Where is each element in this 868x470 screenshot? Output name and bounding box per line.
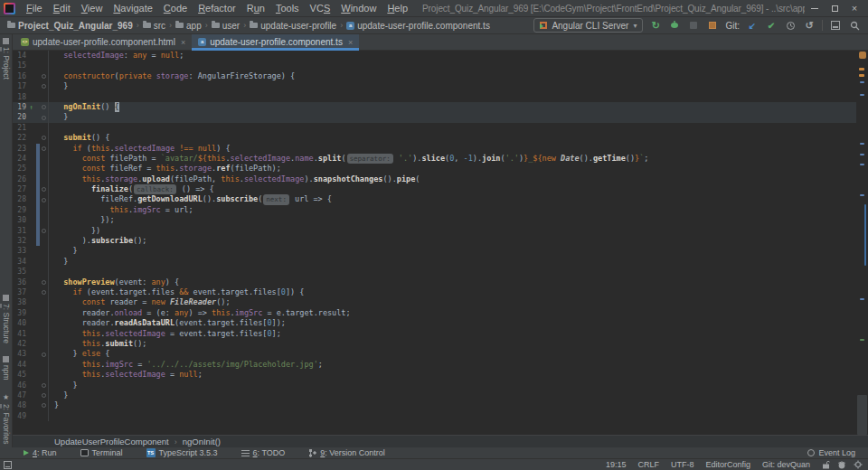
fold-region[interactable] [40,280,48,285]
tool-window-button-run[interactable]: 4: Run [24,448,57,457]
line-number[interactable]: 29 [13,205,26,215]
tool-window-button-ts[interactable]: TypeScript 3.5.3 [146,448,218,457]
fold-region[interactable] [40,116,48,120]
stripe-mark[interactable] [860,339,864,341]
menu-item-file[interactable]: File [21,0,48,16]
fold-marker-icon[interactable] [42,74,46,79]
line-number[interactable]: 45 [13,370,26,380]
line-number[interactable]: 48 [13,400,26,410]
fold-region[interactable] [40,136,48,140]
rerun-button[interactable]: ↻ [649,19,662,32]
line-number[interactable]: 37 [13,287,26,297]
fold-region[interactable] [40,403,48,408]
line-number[interactable]: 34 [13,257,26,267]
breadcrumb-item[interactable]: user [212,21,240,31]
menu-item-run[interactable]: Run [241,0,270,16]
minimize-button[interactable] [805,1,825,15]
line-number[interactable]: 26 [13,174,26,184]
line-number[interactable]: 47 [13,390,26,400]
line-number[interactable]: 24 [13,154,26,164]
line-number[interactable]: 46 [13,381,26,390]
close-button[interactable]: × [844,1,864,15]
line-number[interactable]: 19 [13,102,26,112]
stripe-mark[interactable] [860,94,864,96]
fold-marker-icon[interactable] [42,136,46,140]
breadcrumb-item[interactable]: update-user-profile [250,21,336,31]
stripe-mark[interactable] [859,74,864,77]
coverage-button[interactable] [687,19,700,32]
stripe-mark[interactable] [860,154,864,155]
line-number[interactable]: 33 [13,246,26,256]
tab-close-icon[interactable]: × [348,38,353,47]
tab-inactive[interactable]: update-user-profile.component.html× [14,34,192,50]
fold-marker-icon[interactable] [42,229,46,233]
lock-icon[interactable] [822,460,830,469]
status-item[interactable]: EditorConfig [705,460,750,469]
line-number[interactable]: 42 [13,339,26,349]
tool-window-button-project[interactable]: 1: Project [2,38,11,80]
stripe-mark[interactable] [860,164,864,165]
vcs-update-button[interactable]: ↙ [746,19,759,32]
override-gutter-icon[interactable]: ↑ [26,103,36,112]
rollback-button[interactable]: ↺ [803,19,816,32]
fold-region[interactable] [40,146,48,151]
menu-item-vcs[interactable]: VCS [305,0,336,16]
tool-window-button-favorites[interactable]: ★2: Favorites [2,393,11,444]
line-number[interactable]: 35 [13,267,26,277]
vcs-commit-button[interactable]: ✔ [765,19,778,32]
line-number[interactable]: 21 [13,123,26,133]
fold-marker-icon[interactable] [42,105,46,109]
fold-region[interactable] [40,290,48,295]
gear-icon[interactable] [854,460,863,469]
fold-region[interactable] [40,187,48,192]
fold-region[interactable] [40,383,48,388]
line-number[interactable]: 36 [13,277,26,287]
line-number[interactable]: 14 [13,51,26,61]
maximize-button[interactable] [825,1,844,15]
line-number[interactable]: 15 [13,61,26,70]
run-configuration-select[interactable]: Angular CLI Server ▾ [533,18,643,33]
code-editor[interactable]: 14 selectedImage: any = null;1516 constr… [13,51,856,435]
line-number[interactable]: 18 [13,92,26,102]
fold-region[interactable] [40,393,48,398]
fold-region[interactable] [40,229,48,233]
tool-window-button[interactable] [829,19,842,32]
profiler-button[interactable] [706,19,719,32]
line-number[interactable]: 43 [13,349,26,359]
line-number[interactable]: 16 [13,71,26,81]
breadcrumb-item[interactable]: src [143,21,165,31]
line-number[interactable]: 25 [13,164,26,174]
status-item[interactable]: 19:15 [606,460,627,469]
tool-window-button-npm[interactable]: npm [2,356,11,381]
search-everywhere-button[interactable] [848,19,861,32]
tool-window-switcher-icon[interactable] [4,461,12,469]
error-stripe-scrollbar[interactable] [856,51,868,435]
menu-item-navigate[interactable]: Navigate [108,0,157,16]
tool-window-button-todo[interactable]: 6: TODO [241,448,286,457]
breadcrumb-item[interactable]: update-user-profile.component.ts [346,21,490,31]
line-number[interactable]: 44 [13,360,26,370]
fold-marker-icon[interactable] [42,393,46,398]
line-number[interactable]: 28 [13,194,26,204]
stripe-mark[interactable] [860,143,864,145]
stripe-mark[interactable] [860,194,864,196]
line-number[interactable]: 49 [13,411,26,421]
line-number[interactable]: 17 [13,81,26,91]
fold-region[interactable] [40,84,48,89]
status-item[interactable]: CRLF [637,460,659,469]
editor-breadcrumb-item[interactable]: UpdateUserProfileComponent [54,437,169,446]
event-log-button[interactable]: Event Log [807,448,855,457]
line-number[interactable]: 40 [13,318,26,328]
status-item[interactable]: Git: devQuan [762,460,810,469]
line-number[interactable]: 23 [13,144,26,154]
line-number[interactable]: 20 [13,112,26,122]
menu-item-code[interactable]: Code [158,0,193,16]
history-button[interactable] [784,19,797,32]
breadcrumb-item[interactable]: app [175,21,202,31]
line-number[interactable]: 41 [13,329,26,339]
fold-marker-icon[interactable] [42,403,46,408]
fold-marker-icon[interactable] [42,116,46,120]
tab-active[interactable]: update-user-profile.component.ts× [192,34,359,50]
line-number[interactable]: 30 [13,215,26,225]
fold-marker-icon[interactable] [42,280,46,285]
